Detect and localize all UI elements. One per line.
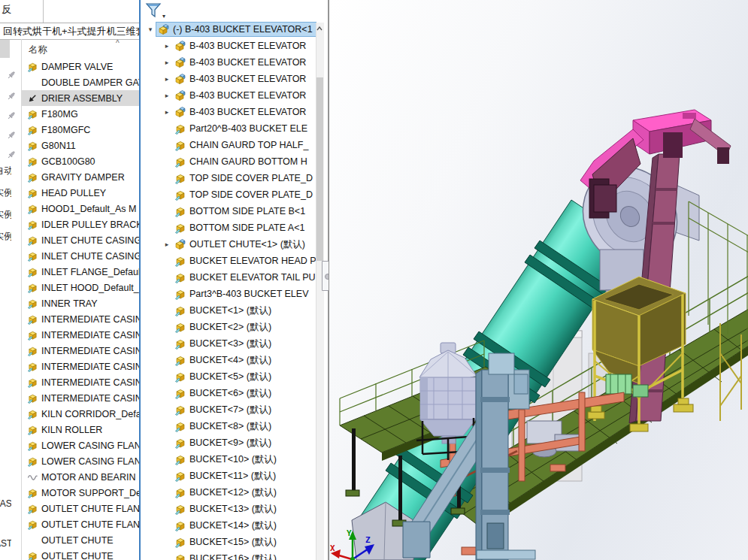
file-list-item[interactable]: G80N11	[21, 138, 139, 153]
file-list-item[interactable]: INLET FLANGE_Defaul	[21, 264, 139, 280]
file-list-item[interactable]: MOTOR AND BEARIN	[21, 469, 139, 485]
file-list-item[interactable]: KILN ROLLER	[21, 422, 139, 437]
file-list-item[interactable]: INTERMEDIATE CASIN	[21, 311, 139, 327]
tree-item[interactable]: Part3^B-403 BUCKET ELEV	[141, 286, 317, 302]
expander-closed-icon[interactable]: ▸	[162, 108, 172, 116]
file-list-item[interactable]: INLET CHUTE CASING	[21, 248, 139, 264]
expander-open-icon[interactable]: ▾	[145, 26, 156, 33]
file-list-header[interactable]: 名称 ^	[21, 39, 139, 59]
tree-item-content[interactable]: BUCKET<16> (默认)	[172, 551, 280, 560]
pin-icon[interactable]	[6, 110, 17, 121]
file-list-item[interactable]: OUTLET CHUTE	[21, 548, 139, 560]
tree-item-content[interactable]: BUCKET<7> (默认)	[172, 402, 275, 418]
tree-item-content[interactable]: TOP SIDE COVER PLATE_D	[172, 187, 316, 202]
tree-item-content[interactable]: TOP SIDE COVER PLATE_D	[172, 171, 316, 186]
file-list-item[interactable]: OUTLET CHUTE FLANG	[21, 501, 139, 516]
tree-item-content[interactable]: BUCKET<15> (默认)	[172, 534, 280, 550]
file-list-item[interactable]: DOUBLE DAMPER GAT	[21, 74, 139, 90]
tree-item[interactable]: CHAIN GAURD TOP HALF_	[141, 137, 317, 153]
pin-icon[interactable]	[6, 70, 17, 80]
sort-ascending-icon[interactable]: ^	[116, 39, 120, 47]
file-list-item[interactable]: LOWER CASING FLAN	[21, 453, 139, 469]
viewport-3d[interactable]: X Y Z	[329, 0, 748, 560]
feature-tree-panel[interactable]: ▾ ▾(-) B-403 BUCKET ELEVATOR<1▸B-403 BUC…	[139, 0, 329, 560]
tree-item[interactable]: BOTTOM SIDE PLATE A<1	[141, 219, 317, 236]
file-list-item[interactable]: IDLER PULLEY BRACKE	[21, 216, 139, 232]
tree-item-content[interactable]: BUCKET ELEVATOR TAIL PU	[172, 270, 317, 285]
name-column-header[interactable]: 名称	[29, 44, 47, 56]
file-list-item[interactable]: DAMPER VALVE	[21, 59, 139, 74]
tree-item-content[interactable]: BUCKET<3> (默认)	[172, 336, 275, 352]
file-list-item[interactable]: INTERMEDIATE CASIN	[21, 343, 139, 359]
pin-icon[interactable]	[6, 91, 17, 101]
tree-item-content[interactable]: BUCKET<13> (默认)	[172, 501, 280, 517]
tree-item[interactable]: ▸B-403 BUCKET ELEVATOR	[141, 71, 317, 87]
tree-item[interactable]: BUCKET<6> (默认)	[141, 385, 317, 401]
tree-selection[interactable]: (-) B-403 BUCKET ELEVATOR<1	[156, 22, 316, 37]
file-list-item[interactable]: INTERMEDIATE CASIN	[21, 374, 139, 390]
tree-item[interactable]: BUCKET<16> (默认)	[141, 550, 317, 560]
file-list-item[interactable]: INTERMEDIATE CASIN	[21, 359, 139, 374]
file-list-item[interactable]: DRIER ASSEMBLY	[21, 90, 139, 106]
file-list-item[interactable]: GRAVITY DAMPER	[21, 169, 139, 185]
tree-item-content[interactable]: BUCKET<12> (默认)	[172, 485, 280, 501]
tree-item-content[interactable]: BUCKET<8> (默认)	[172, 419, 275, 434]
tree-item-content[interactable]: CHAIN GAURD TOP HALF_	[172, 138, 312, 153]
tree-scrollbar-thumb[interactable]	[316, 77, 323, 261]
filter-button[interactable]: ▾	[145, 2, 171, 22]
tree-item[interactable]: BUCKET<4> (默认)	[141, 352, 317, 368]
tree-item[interactable]: TOP SIDE COVER PLATE_D	[141, 186, 317, 203]
tree-item[interactable]: BUCKET<15> (默认)	[141, 534, 317, 550]
tree-item-content[interactable]: BOTTOM SIDE PLATE A<1	[172, 220, 308, 235]
tree-item-content[interactable]: BUCKET ELEVATOR HEAD P	[172, 253, 317, 268]
pin-icon[interactable]	[6, 130, 17, 141]
tree-item[interactable]: CHAIN GAURD BOTTOM H	[141, 153, 317, 170]
tree-item[interactable]: TOP SIDE COVER PLATE_D	[141, 170, 317, 186]
tree-item[interactable]: BUCKET<7> (默认)	[141, 401, 317, 418]
tree-item-content[interactable]: BUCKET<10> (默认)	[172, 452, 280, 468]
tree-item-content[interactable]: BUCKET<6> (默认)	[172, 386, 275, 401]
file-list-item[interactable]: OUTLET CHUTE FLANG	[21, 516, 139, 532]
tree-item-content[interactable]: OUTLET CHUTE<1> (默认)	[172, 237, 309, 253]
tree-item[interactable]: BUCKET<13> (默认)	[141, 501, 317, 517]
expander-closed-icon[interactable]: ▸	[162, 59, 172, 66]
tree-item-content[interactable]: BUCKET<4> (默认)	[172, 353, 275, 368]
file-list-item[interactable]: KILN CORRIDOR_Defa	[21, 406, 139, 422]
file-list-item[interactable]: GCB100G80	[21, 153, 139, 169]
tree-item-content[interactable]: B-403 BUCKET ELEVATOR	[172, 104, 310, 120]
tree-item[interactable]: ▾(-) B-403 BUCKET ELEVATOR<1	[141, 21, 317, 38]
tree-item[interactable]: BUCKET<9> (默认)	[141, 434, 317, 451]
tree-item-content[interactable]: BUCKET<2> (默认)	[172, 319, 275, 335]
pin-icon[interactable]	[6, 150, 17, 160]
tree-item[interactable]: ▸B-403 BUCKET ELEVATOR	[141, 104, 317, 120]
tree-item[interactable]: BUCKET<10> (默认)	[141, 451, 317, 468]
file-list-item[interactable]: INTERMEDIATE CASIN	[21, 327, 139, 343]
file-list-item[interactable]: INNER TRAY	[21, 295, 139, 311]
tree-item[interactable]: ▸B-403 BUCKET ELEVATOR	[141, 54, 317, 71]
tree-item[interactable]: BUCKET ELEVATOR TAIL PU	[141, 269, 317, 286]
tree-item-content[interactable]: B-403 BUCKET ELEVATOR	[172, 71, 310, 86]
tree-item-content[interactable]: B-403 BUCKET ELEVATOR	[172, 55, 310, 70]
tree-item[interactable]: BUCKET<5> (默认)	[141, 368, 317, 385]
tree-item-content[interactable]: BUCKET<11> (默认)	[172, 468, 280, 484]
tree-item-content[interactable]: B-403 BUCKET ELEVATOR	[172, 38, 310, 53]
tree-item-content[interactable]: BUCKET<14> (默认)	[172, 518, 280, 534]
file-list-item[interactable]: OUTLET CHUTE	[21, 532, 139, 548]
file-list-item[interactable]: LOWER CASING FLAN	[21, 437, 139, 453]
tree-item-content[interactable]: BUCKET<9> (默认)	[172, 435, 275, 451]
tree-item[interactable]: ▸B-403 BUCKET ELEVATOR	[141, 38, 317, 54]
tree-item[interactable]: BUCKET<8> (默认)	[141, 418, 317, 434]
tree-item[interactable]: ▸OUTLET CHUTE<1> (默认)	[141, 236, 317, 253]
tree-item[interactable]: BUCKET<12> (默认)	[141, 484, 317, 501]
tree-item[interactable]: BUCKET<2> (默认)	[141, 319, 317, 335]
tree-item[interactable]: BUCKET<11> (默认)	[141, 468, 317, 484]
file-list-item[interactable]: F180MG	[21, 106, 139, 122]
tree-item-content[interactable]: B-403 BUCKET ELEVATOR	[172, 88, 310, 103]
tree-item[interactable]: BOTTOM SIDE PLATE B<1	[141, 203, 317, 219]
expander-closed-icon[interactable]: ▸	[162, 241, 172, 248]
tree-item[interactable]: Part20^B-403 BUCKET ELE	[141, 120, 317, 137]
tree-item[interactable]: BUCKET ELEVATOR HEAD P	[141, 253, 317, 269]
file-list-item[interactable]: INLET HOOD_Default_	[21, 280, 139, 295]
file-list-item[interactable]: F180MGFC	[21, 122, 139, 138]
file-list-item[interactable]: HOOD1_Default_As M	[21, 201, 139, 216]
